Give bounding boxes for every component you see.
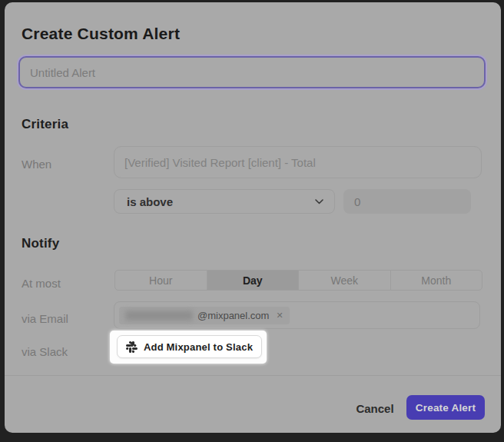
add-mixpanel-to-slack-button[interactable]: Add Mixpanel to Slack (117, 335, 262, 358)
event-select-field[interactable]: [Verified] Visited Report [client] - Tot… (114, 146, 482, 178)
slack-button-label: Add Mixpanel to Slack (144, 341, 253, 353)
dialog-title: Create Custom Alert (22, 25, 180, 43)
redacted-email-username (125, 311, 193, 321)
via-email-label: via Email (22, 312, 68, 325)
email-recipients-field[interactable]: @mixpanel.com ✕ (114, 301, 480, 329)
event-placeholder: [Verified] Visited Report [client] - Tot… (124, 156, 316, 169)
frequency-option-day[interactable]: Day (207, 271, 300, 290)
footer-divider (5, 375, 501, 376)
condition-selected-value: is above (127, 195, 315, 208)
frequency-option-month[interactable]: Month (391, 271, 482, 290)
create-alert-button[interactable]: Create Alert (406, 395, 485, 420)
slack-icon (126, 341, 138, 353)
email-domain: @mixpanel.com (197, 310, 269, 321)
cancel-button[interactable]: Cancel (347, 397, 403, 419)
remove-email-icon[interactable]: ✕ (276, 311, 283, 320)
notify-heading: Notify (22, 236, 59, 251)
chevron-down-icon (315, 199, 323, 204)
frequency-option-week[interactable]: Week (299, 271, 391, 290)
condition-dropdown[interactable]: is above (114, 189, 335, 214)
threshold-input[interactable] (343, 189, 471, 214)
when-label: When (22, 158, 51, 171)
via-slack-label: via Slack (22, 345, 68, 358)
create-custom-alert-dialog: Create Custom Alert Criteria When [Verif… (5, 2, 501, 433)
criteria-heading: Criteria (22, 117, 68, 132)
frequency-segmented-control: Hour Day Week Month (114, 270, 482, 291)
email-chip: @mixpanel.com ✕ (119, 307, 290, 324)
alert-name-input[interactable] (18, 56, 486, 88)
frequency-option-hour[interactable]: Hour (115, 271, 207, 290)
at-most-label: At most (22, 277, 61, 290)
slack-button-spotlight: Add Mixpanel to Slack (110, 331, 267, 364)
